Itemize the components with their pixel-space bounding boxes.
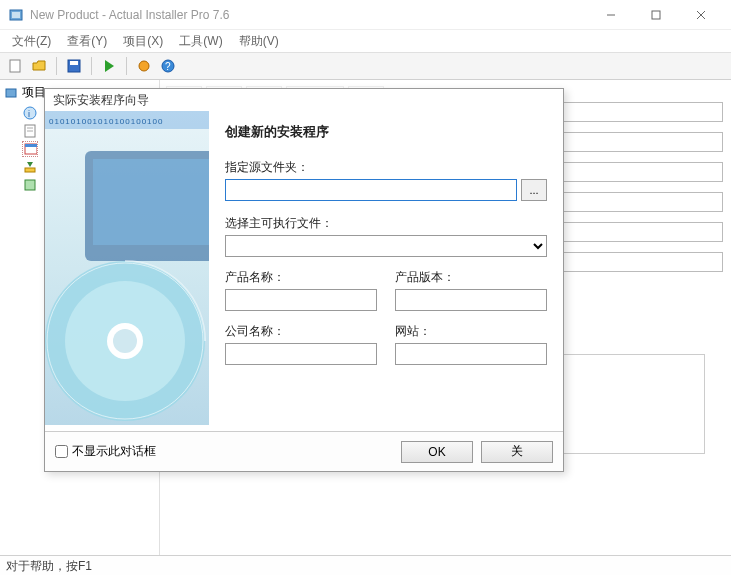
- tree-item-info[interactable]: i: [22, 105, 38, 121]
- dont-show-checkbox[interactable]: 不显示此对话框: [55, 443, 393, 460]
- tree-root-label: 项目: [22, 84, 46, 101]
- tree-item-download[interactable]: [22, 159, 38, 175]
- help-button[interactable]: ?: [157, 55, 179, 77]
- save-button[interactable]: [63, 55, 85, 77]
- source-label: 指定源文件夹：: [225, 159, 547, 176]
- dialog-form: 创建新的安装程序 指定源文件夹： ... 选择主可执行文件： 产品名称： 产品版…: [209, 111, 563, 431]
- browse-button[interactable]: ...: [521, 179, 547, 201]
- svg-point-14: [24, 107, 36, 119]
- menu-view[interactable]: 查看(Y): [59, 31, 115, 52]
- product-label: 产品名称：: [225, 269, 377, 286]
- svg-rect-8: [70, 61, 78, 65]
- svg-rect-27: [93, 159, 209, 245]
- tree-item-dialog[interactable]: [22, 141, 38, 157]
- svg-point-10: [139, 61, 149, 71]
- toolbar: ?: [0, 52, 731, 80]
- exe-label: 选择主可执行文件：: [225, 215, 547, 232]
- menu-file[interactable]: 文件(Z): [4, 31, 59, 52]
- svg-text:?: ?: [165, 61, 171, 72]
- settings-button[interactable]: [133, 55, 155, 77]
- svg-marker-22: [27, 162, 33, 167]
- version-input[interactable]: [395, 289, 547, 311]
- status-text: 对于帮助，按F1: [6, 559, 92, 573]
- app-icon: [8, 7, 24, 23]
- source-input[interactable]: [225, 179, 517, 201]
- svg-text:i: i: [28, 109, 30, 119]
- dont-show-label: 不显示此对话框: [72, 443, 156, 460]
- dialog-banner-image: 010101001010100100100: [45, 111, 209, 425]
- company-input[interactable]: [225, 343, 377, 365]
- new-button[interactable]: [4, 55, 26, 77]
- run-button[interactable]: [98, 55, 120, 77]
- maximize-button[interactable]: [633, 0, 678, 30]
- tree-item-doc[interactable]: [22, 123, 38, 139]
- website-label: 网站：: [395, 323, 547, 340]
- exe-select[interactable]: [225, 235, 547, 257]
- svg-rect-21: [25, 168, 35, 172]
- dialog-body: 010101001010100100100 创建新的安装程序 指定源文件夹： .…: [45, 111, 563, 431]
- ok-button[interactable]: OK: [401, 441, 473, 463]
- menu-help[interactable]: 帮助(V): [231, 31, 287, 52]
- minimize-button[interactable]: [588, 0, 633, 30]
- close-button[interactable]: [678, 0, 723, 30]
- version-label: 产品版本：: [395, 269, 547, 286]
- svg-text:010101001010100100100: 010101001010100100100: [49, 117, 163, 126]
- dialog-footer: 不显示此对话框 OK 关: [45, 431, 563, 471]
- website-input[interactable]: [395, 343, 547, 365]
- separator: [56, 57, 57, 75]
- menubar: 文件(Z) 查看(Y) 项目(X) 工具(W) 帮助(V): [0, 30, 731, 52]
- separator: [126, 57, 127, 75]
- dialog-title: 实际安装程序向导: [45, 89, 563, 111]
- svg-rect-23: [25, 180, 35, 190]
- svg-rect-1: [12, 12, 20, 18]
- product-input[interactable]: [225, 289, 377, 311]
- open-button[interactable]: [28, 55, 50, 77]
- svg-rect-13: [6, 89, 16, 97]
- titlebar: New Product - Actual Installer Pro 7.6: [0, 0, 731, 30]
- separator: [91, 57, 92, 75]
- menu-tools[interactable]: 工具(W): [171, 31, 230, 52]
- dialog-heading: 创建新的安装程序: [225, 123, 547, 141]
- svg-point-32: [113, 329, 137, 353]
- svg-rect-20: [25, 144, 37, 147]
- dont-show-input[interactable]: [55, 445, 68, 458]
- svg-marker-9: [105, 60, 114, 72]
- svg-rect-6: [10, 60, 20, 72]
- menu-project[interactable]: 项目(X): [115, 31, 171, 52]
- svg-rect-3: [652, 11, 660, 19]
- wizard-dialog: 实际安装程序向导 010101001010100100100 创建新的安装程序 …: [44, 88, 564, 472]
- close-dialog-button[interactable]: 关: [481, 441, 553, 463]
- company-label: 公司名称：: [225, 323, 377, 340]
- window-title: New Product - Actual Installer Pro 7.6: [30, 8, 588, 22]
- tree-item-registry[interactable]: [22, 177, 38, 193]
- statusbar: 对于帮助，按F1: [0, 555, 731, 575]
